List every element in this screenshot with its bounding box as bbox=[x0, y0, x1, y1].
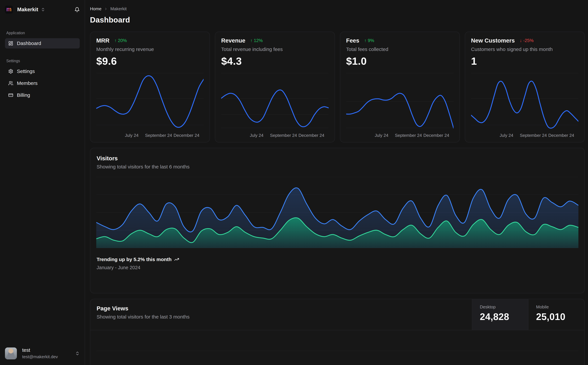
page-title: Dashboard bbox=[90, 15, 585, 24]
toggle-value: 25,010 bbox=[536, 311, 584, 322]
stat-title: MRR bbox=[96, 37, 110, 44]
user-avatar bbox=[5, 347, 17, 359]
stat-value: $1.0 bbox=[346, 55, 454, 67]
toggle-mobile[interactable]: Mobile 25,010 bbox=[528, 299, 584, 330]
bell-icon[interactable] bbox=[74, 7, 80, 12]
toggle-desktop[interactable]: Desktop 24,828 bbox=[472, 299, 528, 330]
stat-subtitle: Total fees collected bbox=[346, 47, 454, 52]
trend-badge: ↑ 20% bbox=[114, 38, 127, 43]
nav-section-label-application: Application bbox=[6, 31, 80, 35]
stat-subtitle: Customers who signed up this month bbox=[471, 47, 578, 52]
sidebar-item-label: Settings bbox=[17, 69, 35, 74]
visitors-trend-text: Trending up by 5.2% this month bbox=[97, 257, 172, 262]
sidebar-item-label: Members bbox=[17, 80, 38, 86]
toggle-label: Desktop bbox=[480, 304, 528, 309]
stat-cards-row: MRR ↑ 20% Monthly recurring revenue $9.6… bbox=[90, 32, 585, 142]
toggle-label: Mobile bbox=[536, 304, 584, 309]
revenue-sparkline-chart bbox=[221, 72, 328, 131]
nav-section-label-settings: Settings bbox=[6, 59, 80, 63]
trending-up-icon bbox=[174, 257, 179, 262]
gear-icon bbox=[8, 69, 13, 74]
page-views-card: Page Views Showing total visitors for th… bbox=[90, 299, 585, 365]
stat-subtitle: Monthly recurring revenue bbox=[96, 47, 204, 52]
sparkline-x-axis: July 24 September 24 December 24 bbox=[96, 132, 204, 139]
breadcrumb-home-link[interactable]: Home bbox=[90, 6, 101, 11]
mrr-sparkline-chart bbox=[96, 72, 204, 131]
user-name: test bbox=[22, 347, 58, 353]
sidebar-item-dashboard[interactable]: Dashboard bbox=[5, 38, 80, 49]
x-tick: December 24 bbox=[548, 133, 574, 138]
sidebar-nav: Application Dashboard Settings Settings … bbox=[5, 31, 80, 102]
user-email: test@makerkit.dev bbox=[22, 354, 58, 359]
visitors-card: Visitors Showing total visitors for the … bbox=[90, 148, 585, 293]
sparkline-x-axis: July 24 September 24 December 24 bbox=[346, 132, 454, 139]
chevrons-up-down-icon bbox=[75, 351, 80, 356]
breadcrumb: Home Makerkit bbox=[90, 6, 585, 11]
x-tick: September 24 bbox=[270, 133, 297, 138]
fees-sparkline-chart bbox=[346, 72, 454, 131]
visitors-subtitle: Showing total visitors for the last 6 mo… bbox=[97, 164, 578, 170]
sidebar-item-billing[interactable]: Billing bbox=[5, 90, 80, 100]
main-content: Home Makerkit Dashboard MRR ↑ 20% Monthl… bbox=[85, 0, 588, 365]
x-tick: September 24 bbox=[145, 133, 172, 138]
trend-badge: ↑ 12% bbox=[250, 38, 263, 43]
x-tick: December 24 bbox=[173, 133, 199, 138]
visitors-title: Visitors bbox=[97, 155, 578, 162]
brand-logo-letter: m bbox=[6, 6, 12, 12]
stat-card-new-customers: New Customers ↓ -25% Customers who signe… bbox=[465, 32, 585, 142]
user-menu[interactable]: test test@makerkit.dev bbox=[5, 347, 80, 359]
page-views-subtitle: Showing total visitors for the last 3 mo… bbox=[97, 314, 466, 320]
sidebar-item-label: Dashboard bbox=[17, 41, 41, 46]
stat-card-fees: Fees ↑ 9% Total fees collected $1.0 July… bbox=[340, 32, 460, 142]
stat-value: $4.3 bbox=[221, 55, 328, 67]
credit-card-icon bbox=[8, 93, 13, 98]
workspace-name: Makerkit bbox=[17, 7, 38, 13]
stat-title: Fees bbox=[346, 37, 360, 44]
chevron-right-icon bbox=[104, 7, 108, 11]
page-views-bar-chart bbox=[96, 330, 578, 365]
trend-badge: ↓ -25% bbox=[520, 38, 533, 43]
stat-title: Revenue bbox=[221, 37, 245, 44]
visitors-date-range: January - June 2024 bbox=[97, 265, 578, 270]
x-tick: September 24 bbox=[395, 133, 422, 138]
sidebar-item-settings[interactable]: Settings bbox=[5, 66, 80, 77]
workspace-selector[interactable]: m Makerkit bbox=[5, 5, 80, 14]
page-views-title: Page Views bbox=[97, 305, 466, 312]
stat-title: New Customers bbox=[471, 37, 515, 44]
x-tick: September 24 bbox=[520, 133, 547, 138]
x-tick: December 24 bbox=[423, 133, 449, 138]
dashboard-icon bbox=[8, 41, 13, 46]
sidebar: m Makerkit Application Dashboard Setting… bbox=[0, 0, 85, 365]
users-icon bbox=[8, 81, 13, 86]
chevrons-up-down-icon bbox=[41, 7, 45, 12]
sidebar-item-label: Billing bbox=[17, 92, 30, 98]
x-tick: July 24 bbox=[375, 133, 388, 138]
trend-badge: ↑ 9% bbox=[364, 38, 374, 43]
sparkline-x-axis: July 24 September 24 December 24 bbox=[471, 132, 578, 139]
x-tick: July 24 bbox=[500, 133, 513, 138]
x-tick: December 24 bbox=[298, 133, 324, 138]
toggle-value: 24,828 bbox=[480, 311, 528, 322]
stat-card-revenue: Revenue ↑ 12% Total revenue including fe… bbox=[215, 32, 335, 142]
stat-value: $9.6 bbox=[96, 55, 204, 67]
brand-logo: m bbox=[5, 6, 13, 14]
stat-subtitle: Total revenue including fees bbox=[221, 47, 328, 52]
customers-sparkline-chart bbox=[471, 72, 578, 131]
x-tick: July 24 bbox=[125, 133, 138, 138]
stat-card-mrr: MRR ↑ 20% Monthly recurring revenue $9.6… bbox=[90, 32, 210, 142]
stat-value: 1 bbox=[471, 55, 578, 67]
breadcrumb-current[interactable]: Makerkit bbox=[110, 6, 126, 11]
sparkline-x-axis: July 24 September 24 December 24 bbox=[221, 132, 328, 139]
x-tick: July 24 bbox=[250, 133, 263, 138]
sidebar-item-members[interactable]: Members bbox=[5, 78, 80, 88]
visitors-area-chart bbox=[96, 177, 578, 248]
